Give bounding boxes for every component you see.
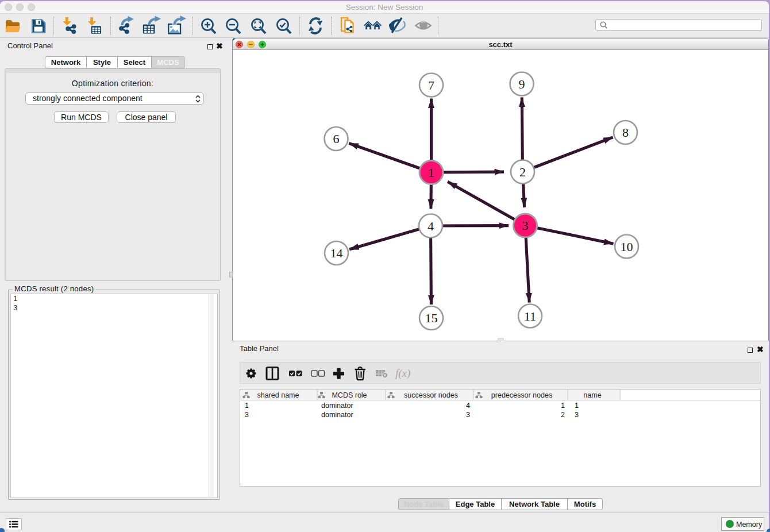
svg-text:7: 7 xyxy=(428,78,434,92)
svg-text:8: 8 xyxy=(622,125,629,140)
svg-text:predecessor nodes: predecessor nodes xyxy=(491,391,552,399)
svg-text:4: 4 xyxy=(428,219,434,233)
svg-text:9: 9 xyxy=(519,77,525,91)
svg-text:successor nodes: successor nodes xyxy=(404,391,458,399)
svg-text:1: 1 xyxy=(428,165,434,180)
svg-text:11: 11 xyxy=(524,309,536,323)
svg-text:6: 6 xyxy=(333,132,340,146)
svg-text:2: 2 xyxy=(519,165,526,179)
svg-text:3: 3 xyxy=(522,218,529,233)
svg-text:shared name: shared name xyxy=(257,391,299,399)
svg-text:14: 14 xyxy=(330,246,343,260)
svg-text:name: name xyxy=(583,391,601,399)
svg-text:15: 15 xyxy=(425,311,438,325)
svg-text:MCDS role: MCDS role xyxy=(332,391,367,399)
svg-text:f(x): f(x) xyxy=(395,367,410,380)
svg-text:10: 10 xyxy=(621,240,633,254)
